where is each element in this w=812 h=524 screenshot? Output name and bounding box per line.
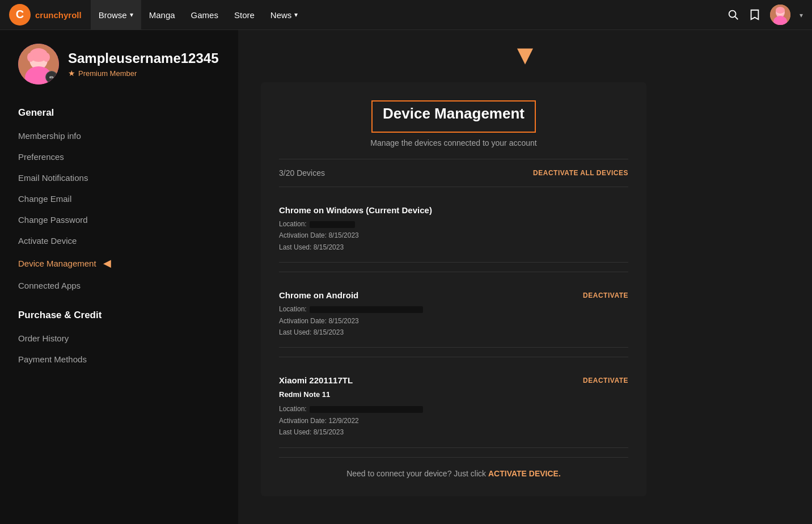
sidebar-item-device-management[interactable]: Device Management ◀ (18, 251, 220, 275)
profile-section: ✏ Sampleusername12345 ★ Premium Member (18, 44, 220, 89)
arrow-indicator: ▼ (511, 41, 539, 69)
svg-text:C: C (16, 8, 24, 20)
location-redacted-1 (310, 221, 355, 228)
chevron-down-icon-user: ▾ (800, 11, 803, 19)
divider-bottom (279, 457, 628, 458)
chevron-down-icon-news: ▾ (294, 11, 298, 19)
svg-point-14 (27, 53, 34, 62)
logo-text: crunchyroll (35, 10, 82, 20)
device-count: 3/20 Devices (279, 168, 325, 178)
page-container: ✏ Sampleusername12345 ★ Premium Member G… (0, 30, 812, 524)
nav-manga[interactable]: Manga (141, 0, 183, 30)
sidebar-item-connected-apps[interactable]: Connected Apps (18, 275, 220, 296)
user-avatar[interactable] (770, 5, 790, 25)
activate-device-link[interactable]: ACTIVATE DEVICE. (488, 469, 561, 478)
sidebar-item-membership[interactable]: Membership info (18, 125, 220, 146)
svg-line-3 (735, 16, 738, 19)
sidebar-item-order-history[interactable]: Order History (18, 328, 220, 349)
activate-footer: Need to connect your device? Just click … (279, 469, 628, 478)
pencil-icon: ✏ (49, 74, 54, 81)
device-header-3: Xiaomi 2201117TL DEACTIVATE (279, 375, 628, 385)
sidebar-item-preferences[interactable]: Preferences (18, 146, 220, 167)
sidebar-item-activate-device[interactable]: Activate Device (18, 230, 220, 251)
panel-subtitle: Manage the devices connected to your acc… (279, 138, 628, 147)
deactivate-all-button[interactable]: DEACTIVATE ALL DEVICES (533, 169, 628, 177)
user-dropdown-arrow[interactable]: ▾ (800, 10, 803, 20)
sidebar-general-section: General Membership info Preferences Emai… (18, 107, 220, 296)
device-detail-3: Redmi Note 11 Location: Activation Date:… (279, 388, 628, 438)
star-icon: ★ (68, 69, 75, 78)
device-management-panel: Device Management Manage the devices con… (261, 82, 646, 496)
sidebar-item-change-password[interactable]: Change Password (18, 209, 220, 230)
svg-point-8 (776, 7, 785, 14)
divider-2 (279, 272, 628, 272)
sidebar-item-email-notifications[interactable]: Email Notifications (18, 167, 220, 188)
profile-info: Sampleusername12345 ★ Premium Member (68, 50, 219, 78)
svg-point-15 (43, 53, 50, 62)
panel-header: Device Management Manage the devices con… (279, 100, 628, 147)
device-name-3: Xiaomi 2201117TL (279, 375, 353, 385)
profile-username: Sampleusername12345 (68, 50, 219, 66)
nav-browse[interactable]: Browse ▾ (91, 0, 141, 30)
divider-1 (279, 187, 628, 187)
deactivate-xiaomi-button[interactable]: DEACTIVATE (583, 377, 628, 384)
sidebar: ✏ Sampleusername12345 ★ Premium Member G… (0, 30, 238, 524)
device-sub-model: Redmi Note 11 (279, 388, 628, 401)
svg-point-2 (729, 11, 736, 18)
profile-membership: ★ Premium Member (68, 69, 219, 78)
avatar-image (770, 5, 790, 25)
divider-3 (279, 357, 628, 357)
chevron-down-icon: ▾ (130, 11, 133, 19)
search-button[interactable] (727, 9, 739, 21)
main-content: ▼ Device Management Manage the devices c… (238, 30, 812, 524)
edit-avatar-button[interactable]: ✏ (45, 71, 58, 83)
navbar: C crunchyroll Browse ▾ Manga Games Store… (0, 0, 812, 30)
crunchyroll-logo-icon: C (9, 4, 31, 26)
device-item-chrome-android: Chrome on Android DEACTIVATE Location: A… (279, 281, 628, 348)
nav-store[interactable]: Store (226, 0, 263, 30)
search-icon (727, 9, 739, 21)
profile-avatar: ✏ (18, 44, 59, 84)
divider-top (279, 159, 628, 159)
active-arrow-icon: ◀ (103, 257, 111, 269)
device-detail-1: Location: Activation Date: 8/15/2023 Las… (279, 218, 628, 253)
device-detail-2: Location: Activation Date: 8/15/2023 Las… (279, 303, 628, 338)
sidebar-general-title: General (18, 107, 220, 119)
bookmark-button[interactable] (748, 9, 761, 21)
device-header-1: Chrome on Windows (Current Device) (279, 205, 628, 215)
device-count-row: 3/20 Devices DEACTIVATE ALL DEVICES (279, 168, 628, 178)
sidebar-item-change-email[interactable]: Change Email (18, 188, 220, 209)
deactivate-chrome-android-button[interactable]: DEACTIVATE (583, 291, 628, 299)
sidebar-item-payment-methods[interactable]: Payment Methods (18, 349, 220, 370)
nav-right: ▾ (727, 5, 803, 25)
sidebar-purchase-section: Purchase & Credit Order History Payment … (18, 310, 220, 370)
device-header-2: Chrome on Android DEACTIVATE (279, 290, 628, 300)
location-redacted-3 (310, 406, 423, 413)
panel-title: Device Management (383, 105, 525, 122)
device-name-1: Chrome on Windows (Current Device) (279, 205, 432, 215)
nav-news[interactable]: News ▾ (263, 0, 306, 30)
sidebar-purchase-title: Purchase & Credit (18, 310, 220, 321)
bookmark-icon (748, 9, 761, 21)
device-item-chrome-windows: Chrome on Windows (Current Device) Locat… (279, 196, 628, 263)
location-redacted-2 (310, 306, 423, 313)
nav-games[interactable]: Games (183, 0, 226, 30)
device-item-xiaomi: Xiaomi 2201117TL DEACTIVATE Redmi Note 1… (279, 366, 628, 447)
logo[interactable]: C crunchyroll (9, 4, 82, 26)
device-name-2: Chrome on Android (279, 290, 358, 300)
